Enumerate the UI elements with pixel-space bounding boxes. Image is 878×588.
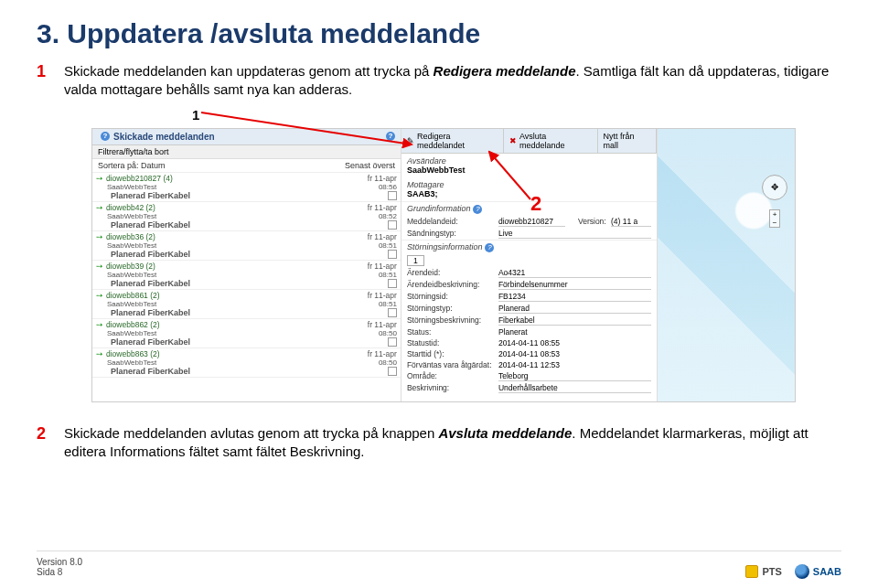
msg-title: Planerad FiberKabel [107, 279, 190, 288]
v[interactable]: Fiberkabel [498, 315, 651, 326]
map-panel[interactable]: ✥ +− [658, 129, 795, 401]
msg-time: 08:51 [379, 271, 397, 279]
list-item[interactable]: ➙diowebb862 (2)fr 11-aprSaabWebbTest08:5… [92, 319, 401, 348]
annotation-2: 2 [530, 192, 541, 216]
kv-beskrivning: Beskrivning:Underhållsarbete [402, 382, 657, 394]
msg-date: fr 11-apr [368, 262, 397, 271]
msg-date: fr 11-apr [368, 291, 397, 300]
msg-id: diowebb39 (2) [106, 262, 365, 271]
v[interactable]: Förbindelsenummer [498, 280, 651, 290]
msg-checkbox[interactable] [388, 250, 397, 259]
v[interactable]: Ao4321 [498, 268, 651, 278]
help-icon[interactable]: ? [101, 132, 110, 141]
msg-sender: SaabWebbTest [107, 300, 156, 308]
group-grundinfo: Grundinformation? [402, 201, 657, 216]
msg-title: Planerad FiberKabel [107, 367, 190, 376]
v: Planerat [498, 327, 651, 337]
list-item[interactable]: ➙diowebb36 (2)fr 11-aprSaabWebbTest08:51… [92, 231, 401, 261]
k: Område: [407, 371, 498, 381]
msg-checkbox[interactable] [388, 279, 397, 288]
arrow-icon: ➙ [96, 349, 103, 358]
pencil-icon: ✎ [407, 136, 414, 145]
tab-1[interactable]: 1 [407, 255, 424, 266]
k: Information: [407, 401, 498, 402]
k: Störningsid: [407, 292, 498, 302]
v[interactable]: Teleborg [498, 371, 651, 381]
v[interactable]: Planerad [498, 304, 651, 314]
msg-sender: SaabWebbTest [107, 212, 156, 220]
msg-title: Planerad FiberKabel [107, 191, 190, 200]
panel-title-text: Skickade meddelanden [113, 132, 215, 142]
sender-value: SaabWebbTest [402, 166, 657, 177]
help-icon-4[interactable]: ? [485, 243, 494, 252]
new-label: Nytt från mall [604, 132, 650, 150]
pts-icon [745, 565, 758, 578]
filter-row[interactable]: Filtrera/flytta/ta bort [92, 145, 401, 159]
msg-checkbox[interactable] [388, 308, 397, 317]
v[interactable]: FB1234 [498, 292, 651, 302]
k: Beskrivning: [407, 383, 498, 393]
msg-id: diowebb210827 (4) [106, 174, 365, 183]
kv-starttid: Starttid (*):2014-04-11 08:53 [402, 348, 657, 359]
msg-sender: SaabWebbTest [107, 358, 156, 367]
msg-checkbox[interactable] [388, 367, 397, 376]
sender-heading: Avsändare [402, 154, 657, 166]
msg-time: 08:50 [379, 358, 397, 367]
screenshot-area: 2 ?Skickade meddelanden? Filtrera/flytta… [37, 128, 841, 412]
kv-arendeidb: Ärendeidbeskrivning:Förbindelsenummer [402, 279, 657, 291]
help-icon-2[interactable]: ? [386, 132, 395, 141]
msg-checkbox[interactable] [388, 337, 397, 347]
list-item[interactable]: ➙diowebb863 (2)fr 11-aprSaabWebbTest08:5… [92, 348, 401, 378]
sort-label: Sortera på: Datum [98, 161, 166, 170]
list-item[interactable]: ➙diowebb210827 (4)fr 11-aprSaabWebbTest0… [92, 173, 401, 202]
help-icon-3[interactable]: ? [473, 205, 482, 214]
saab-icon [795, 564, 809, 579]
close-message-button[interactable]: ✖Avsluta meddelande [504, 129, 598, 153]
kv-sandningstyp: Sändningstyp:Live [402, 228, 657, 240]
v[interactable]: Live [498, 229, 651, 239]
v[interactable] [498, 401, 651, 402]
kv-statustid: Statustid:2014-04-11 08:55 [402, 337, 657, 348]
msg-id: diowebb42 (2) [106, 203, 365, 212]
msg-date: fr 11-apr [368, 174, 397, 183]
k: Meddelandeid: [407, 217, 498, 227]
map-zoom-control[interactable]: +− [769, 209, 780, 228]
msg-checkbox[interactable] [388, 220, 397, 230]
msg-sender: SaabWebbTest [107, 329, 156, 337]
msg-date: fr 11-apr [368, 232, 397, 241]
k: Sändningstyp: [407, 229, 498, 239]
list-item[interactable]: ➙diowebb39 (2)fr 11-aprSaabWebbTest08:51… [92, 261, 401, 290]
msg-checkbox[interactable] [388, 191, 397, 200]
edit-message-button[interactable]: ✎Redigera meddelandet [402, 129, 504, 153]
footer: Version 8.0 Sida 8 [37, 557, 82, 577]
msg-date: fr 11-apr [368, 203, 397, 212]
msg-id: diowebb861 (2) [106, 291, 365, 300]
k: Ärendeidbeskrivning: [407, 280, 498, 290]
list-item[interactable]: ➙diowebb42 (2)fr 11-aprSaabWebbTest08:52… [92, 202, 401, 231]
footer-divider [37, 551, 841, 551]
map-pan-control[interactable]: ✥ [762, 175, 787, 200]
v-version: (4) 11 a [611, 217, 651, 227]
msg-title: Planerad FiberKabel [107, 250, 190, 259]
kv-storningsid: Störningsid:FB1234 [402, 291, 657, 303]
sort-order: Senast överst [345, 161, 395, 170]
footer-page: Sida 8 [37, 567, 82, 577]
step-1-text: Skickade meddelanden kan uppdateras geno… [64, 62, 841, 100]
sort-row[interactable]: Sortera på: Datum Senast överst [92, 159, 401, 173]
arrow-icon: ➙ [96, 291, 103, 300]
step-2-text-a: Skickade meddelanden avlutas genom att t… [64, 425, 438, 441]
msg-id: diowebb862 (2) [106, 320, 365, 329]
detail-column: ✎Redigera meddelandet ✖Avsluta meddeland… [402, 129, 658, 401]
close-icon: ✖ [509, 136, 517, 145]
close-label: Avsluta meddelande [519, 132, 592, 150]
v[interactable]: diowebb210827 [498, 217, 565, 227]
msg-sender: SaabWebbTest [107, 183, 156, 191]
left-panel: ?Skickade meddelanden? Filtrera/flytta/t… [92, 129, 402, 401]
kv-information: Information: [402, 400, 657, 402]
list-item[interactable]: ➙diowebb861 (2)fr 11-aprSaabWebbTest08:5… [92, 290, 401, 319]
msg-sender: SaabWebbTest [107, 271, 156, 279]
recipient-value: SAAB3; [402, 189, 657, 201]
new-from-template-button[interactable]: Nytt från mall [598, 129, 657, 153]
v[interactable]: Underhållsarbete [498, 383, 651, 393]
saab-text: SAAB [813, 566, 841, 577]
